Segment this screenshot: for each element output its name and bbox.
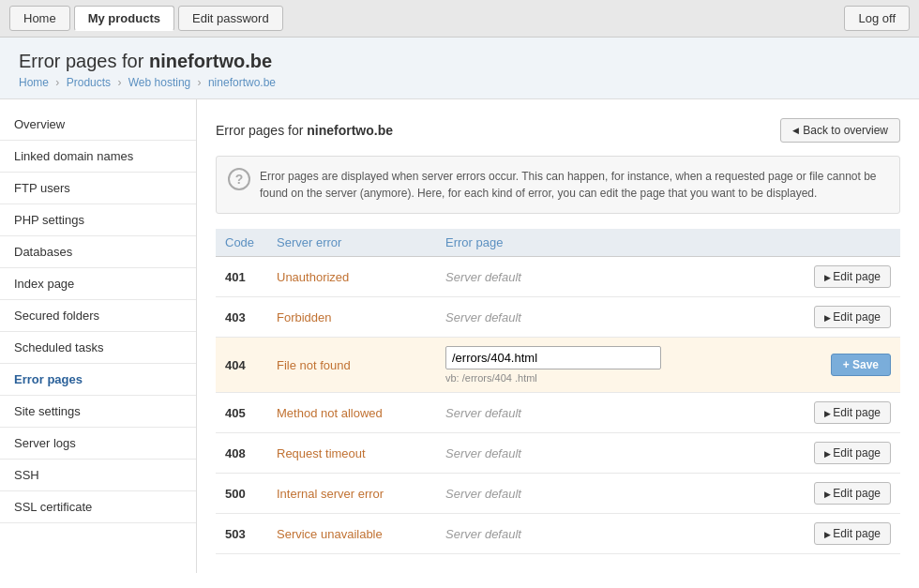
col-header-code: Code (216, 229, 267, 257)
sidebar-item-linked-domain-names[interactable]: Linked domain names (0, 141, 196, 173)
info-text: Error pages are displayed when server er… (260, 168, 888, 202)
error-code: 404 (216, 338, 267, 393)
content-title: Error pages for ninefortwo.be (216, 123, 393, 138)
page-title-domain: ninefortwo.be (149, 51, 272, 71)
sidebar-item-ftp-users[interactable]: FTP users (0, 173, 196, 204)
server-error-label: Unauthorized (267, 257, 436, 297)
action-cell[interactable]: Edit page (797, 257, 900, 297)
breadcrumb-webhosting[interactable]: Web hosting (128, 76, 191, 89)
sidebar-item-site-settings[interactable]: Site settings (0, 396, 196, 428)
sidebar-item-scheduled-tasks[interactable]: Scheduled tasks (0, 332, 196, 364)
table-row: 401UnauthorizedServer defaultEdit page (216, 257, 900, 297)
edit-page-button[interactable]: Edit page (814, 482, 891, 505)
col-header-action (797, 229, 900, 257)
breadcrumb-sep-1: › (55, 76, 59, 89)
logoff-button[interactable]: Log off (844, 6, 910, 31)
error-page-cell: Server default (436, 297, 797, 338)
edit-page-button[interactable]: Edit page (814, 401, 891, 424)
breadcrumb-sep-2: › (117, 76, 121, 89)
table-row: 404File not foundvb: /errors/404 .html+ … (216, 338, 900, 393)
content-title-domain: ninefortwo.be (307, 123, 393, 138)
page-title: Error pages for ninefortwo.be (19, 51, 900, 72)
server-error-label: Forbidden (267, 297, 436, 338)
action-cell[interactable]: Edit page (797, 514, 900, 554)
error-code: 500 (216, 474, 267, 514)
sidebar-item-server-logs[interactable]: Server logs (0, 428, 196, 460)
col-header-server-error: Server error (267, 229, 436, 257)
table-header-row: Code Server error Error page (216, 229, 900, 257)
breadcrumb-home[interactable]: Home (19, 76, 49, 89)
table-row: 500Internal server errorServer defaultEd… (216, 474, 900, 514)
error-page-cell: Server default (436, 514, 797, 554)
error-code: 401 (216, 257, 267, 297)
home-tab-button[interactable]: Home (9, 6, 70, 31)
back-to-overview-button[interactable]: Back to overview (780, 118, 900, 143)
error-page-cell[interactable]: vb: /errors/404 .html (436, 338, 797, 393)
error-code: 405 (216, 393, 267, 433)
save-button[interactable]: + Save (831, 354, 891, 376)
action-cell[interactable]: Edit page (797, 474, 900, 514)
error-page-input[interactable] (445, 346, 661, 369)
sidebar-item-error-pages[interactable]: Error pages (0, 364, 196, 396)
editpassword-tab-button[interactable]: Edit password (178, 6, 283, 31)
info-icon: ? (228, 168, 250, 190)
action-cell[interactable]: Edit page (797, 297, 900, 338)
content-header: Error pages for ninefortwo.be Back to ov… (216, 118, 900, 143)
sidebar-item-secured-folders[interactable]: Secured folders (0, 300, 196, 332)
edit-page-button[interactable]: Edit page (814, 265, 891, 288)
edit-page-button[interactable]: Edit page (814, 442, 891, 464)
edit-page-button[interactable]: Edit page (814, 522, 891, 545)
error-code: 408 (216, 433, 267, 474)
server-error-label: Method not allowed (267, 393, 436, 433)
error-page-cell: Server default (436, 433, 797, 474)
error-page-cell: Server default (436, 257, 797, 297)
table-row: 403ForbiddenServer defaultEdit page (216, 297, 900, 338)
action-cell[interactable]: Edit page (797, 433, 900, 474)
content-area: Error pages for ninefortwo.be Back to ov… (197, 99, 919, 573)
error-page-cell: Server default (436, 393, 797, 433)
breadcrumb-domain[interactable]: ninefortwo.be (208, 76, 276, 89)
server-error-label: File not found (267, 338, 436, 393)
sidebar-item-databases[interactable]: Databases (0, 236, 196, 268)
breadcrumb-sep-3: › (198, 76, 202, 89)
server-error-label: Internal server error (267, 474, 436, 514)
sidebar-item-ssh[interactable]: SSH (0, 460, 196, 491)
server-error-label: Service unavailable (267, 514, 436, 554)
page-title-prefix: Error pages for (19, 51, 149, 71)
action-cell[interactable]: + Save (797, 338, 900, 393)
error-code: 403 (216, 297, 267, 338)
edit-page-button[interactable]: Edit page (814, 306, 891, 328)
vb-hint: vb: /errors/404 .html (445, 372, 788, 384)
table-row: 408Request timeoutServer defaultEdit pag… (216, 433, 900, 474)
header-area: Error pages for ninefortwo.be Home › Pro… (0, 38, 919, 99)
info-box: ? Error pages are displayed when server … (216, 156, 900, 214)
breadcrumb-products[interactable]: Products (67, 76, 111, 89)
top-navigation: Home My products Edit password Log off (0, 0, 919, 38)
breadcrumb: Home › Products › Web hosting › ninefort… (19, 76, 900, 89)
action-cell[interactable]: Edit page (797, 393, 900, 433)
sidebar-item-php-settings[interactable]: PHP settings (0, 204, 196, 236)
table-row: 503Service unavailableServer defaultEdit… (216, 514, 900, 554)
sidebar-item-index-page[interactable]: Index page (0, 268, 196, 300)
error-code: 503 (216, 514, 267, 554)
sidebar: Overview Linked domain names FTP users P… (0, 99, 197, 573)
sidebar-item-ssl-certificate[interactable]: SSL certificate (0, 491, 196, 523)
server-error-label: Request timeout (267, 433, 436, 474)
myproducts-tab-button[interactable]: My products (74, 6, 174, 31)
error-pages-table: Code Server error Error page 401Unauthor… (216, 229, 900, 554)
sidebar-item-overview[interactable]: Overview (0, 109, 196, 141)
error-page-cell: Server default (436, 474, 797, 514)
col-header-error-page: Error page (436, 229, 797, 257)
main-layout: Overview Linked domain names FTP users P… (0, 99, 919, 573)
content-title-prefix: Error pages for (216, 123, 307, 138)
table-row: 405Method not allowedServer defaultEdit … (216, 393, 900, 433)
